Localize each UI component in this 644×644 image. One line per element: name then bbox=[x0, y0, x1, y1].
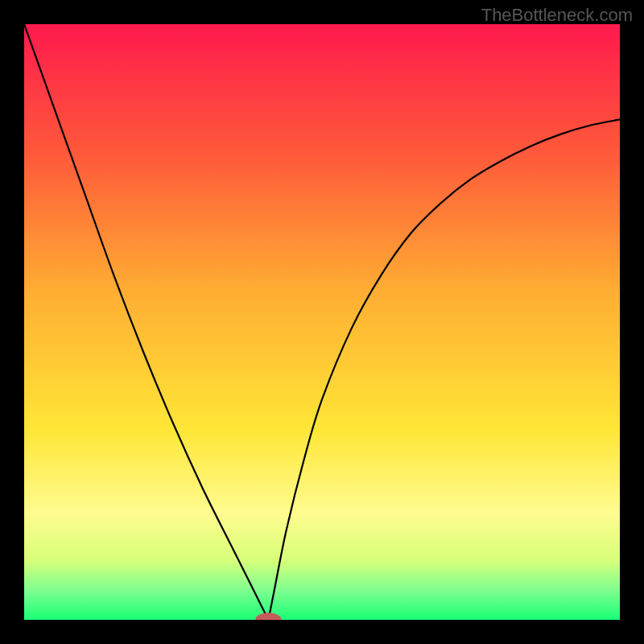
watermark-text: TheBottleneck.com bbox=[481, 5, 633, 26]
chart-svg bbox=[24, 24, 620, 620]
chart-frame: TheBottleneck.com bbox=[0, 0, 644, 644]
chart-plot-area bbox=[24, 24, 620, 620]
chart-background bbox=[24, 24, 620, 620]
